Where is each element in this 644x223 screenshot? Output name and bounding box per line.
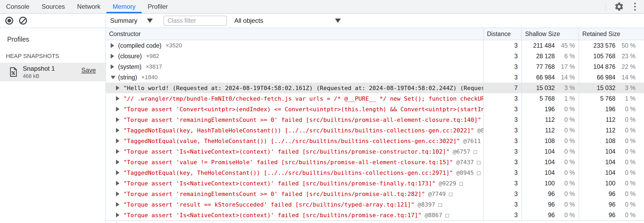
triangle-glyph [116, 149, 119, 154]
expand-arrow-icon[interactable] [116, 181, 123, 186]
retained-size-value: 104 [579, 148, 615, 155]
retained-size-percent: 0 % [615, 180, 636, 187]
tab-sources[interactable]: Sources [35, 0, 71, 13]
column-header-distance[interactable]: Distance [483, 28, 521, 40]
expand-arrow-icon[interactable] [116, 128, 123, 133]
column-header-shallow-size[interactable]: Shallow Size [521, 28, 579, 40]
retained-size-value: 15 032 [579, 84, 615, 92]
perspective-select[interactable]: Summary [110, 17, 153, 24]
shallow-size-value: 96 [522, 201, 555, 208]
table-row[interactable]: (closure)×982328 1286 %105 76823 % [106, 51, 644, 61]
retained-size-percent: 50 % [615, 42, 636, 49]
object-id: @7749 [428, 191, 446, 197]
constructor-name: "Torque assert 'value != PromiseHole' fa… [123, 159, 453, 166]
triangle-glyph [116, 117, 119, 122]
retained-size-value: 108 [579, 137, 615, 145]
expand-arrow-icon[interactable] [116, 160, 123, 164]
record-heap-snapshot-button[interactable] [5, 17, 13, 25]
retained-size-percent: 0 % [615, 127, 636, 134]
table-row[interactable]: "Torque assert 'result == kStoreSucceded… [106, 199, 644, 210]
tab-profiler[interactable]: Profiler [142, 0, 174, 13]
constructor-cell: (string)×1840 [106, 72, 483, 83]
column-header-retained-size[interactable]: Retained Size [579, 28, 644, 40]
distance-cell: 7 [483, 83, 521, 93]
constructor-name: "TaggedNotEqual(value, TheHoleConstant()… [123, 138, 460, 144]
expand-arrow-icon[interactable] [111, 54, 118, 59]
table-row[interactable]: "// .wrangler/tmp/bundle-FmNIt0/checked-… [106, 93, 644, 104]
distance-cell: 3 [483, 72, 521, 83]
expand-arrow-icon[interactable] [116, 86, 123, 90]
table-row[interactable]: "Torque assert 'Convert<uintptr>(endInde… [106, 104, 644, 114]
distance-cell: 3 [483, 167, 521, 178]
shallow-size-percent: 6 % [555, 53, 575, 60]
chevron-down-icon [147, 19, 153, 23]
shallow-size-cell: 1040 % [521, 167, 579, 178]
expand-arrow-icon[interactable] [116, 96, 123, 101]
shallow-size-cell: 15 0323 % [521, 83, 579, 93]
save-link[interactable]: Save [81, 66, 96, 74]
expand-arrow-icon[interactable] [116, 139, 123, 143]
triangle-glyph [116, 139, 119, 143]
sidebar-item-snapshot-1[interactable]: Snapshot 1 468 kB Save [0, 63, 105, 81]
expand-arrow-icon[interactable] [116, 202, 123, 207]
tab-memory[interactable]: Memory [106, 0, 142, 13]
table-row[interactable]: "Torque assert 'remainingElementsCount >… [106, 189, 644, 199]
distance-cell: 3 [483, 146, 521, 157]
expand-arrow-icon[interactable] [116, 149, 123, 154]
shallow-size-percent: 17 % [555, 63, 575, 70]
shallow-size-percent: 0 % [555, 201, 575, 208]
retained-size-cell: 1040 % [579, 167, 644, 178]
distance-cell: 3 [483, 136, 521, 146]
chevron-down-icon [335, 19, 341, 23]
column-header-constructor[interactable]: Constructor [106, 28, 483, 40]
expand-arrow-icon[interactable] [116, 170, 123, 175]
object-marker-icon: □ [477, 159, 480, 166]
expand-arrow-icon[interactable] [116, 213, 123, 217]
objects-scope-select[interactable]: All objects [234, 17, 341, 24]
object-marker-icon: □ [473, 148, 477, 155]
expand-arrow-icon[interactable] [111, 43, 118, 48]
table-row[interactable]: (string)×1840366 98414 %66 98414 % [106, 72, 644, 83]
table-row[interactable]: (system)×3817377 76817 %104 87622 % [106, 61, 644, 72]
table-row[interactable]: "Hello world! (Requested at: 2024-08-19T… [106, 83, 644, 93]
expand-arrow-icon[interactable] [116, 191, 123, 196]
class-filter-input[interactable] [163, 16, 227, 26]
shallow-size-value: 104 [522, 159, 555, 166]
retained-size-percent: 3 % [615, 84, 636, 92]
expand-arrow-icon[interactable] [116, 107, 123, 112]
collapse-arrow-icon[interactable] [111, 76, 118, 79]
tab-network[interactable]: Network [71, 0, 106, 13]
tab-console[interactable]: Console [0, 0, 35, 13]
table-row[interactable]: (compiled code)×35203211 48445 %233 5765… [106, 40, 644, 51]
retained-size-cell: 960 % [579, 199, 644, 210]
shallow-size-percent: 0 % [555, 137, 575, 145]
retained-size-value: 196 [579, 106, 615, 113]
clear-profiles-button[interactable] [19, 17, 27, 25]
table-row[interactable]: "TaggedNotEqual(value, TheHoleConstant()… [106, 136, 644, 146]
panel-toolbar: Summary All objects [0, 14, 644, 28]
triangle-glyph [116, 160, 119, 164]
expand-arrow-icon[interactable] [116, 117, 123, 122]
table-row[interactable]: "TaggedNotEqual(key, HashTableHoleConsta… [106, 125, 644, 136]
retained-size-value: 105 768 [579, 53, 615, 60]
shallow-size-cell: 77 76817 % [521, 61, 579, 72]
table-row[interactable]: "TaggedNotEqual(key, TheHoleConstant()) … [106, 167, 644, 178]
shallow-size-cell: 5 7681 % [521, 93, 579, 104]
expand-arrow-icon[interactable] [111, 64, 118, 69]
shallow-size-cell: 960 % [521, 210, 579, 220]
table-row[interactable]: "Torque assert 'value != PromiseHole' fa… [106, 157, 644, 167]
instance-count: ×3817 [146, 63, 162, 70]
table-row[interactable]: "Torque assert 'Is<NativeContext>(contex… [106, 178, 644, 189]
instance-count: ×982 [146, 53, 159, 60]
kebab-menu-icon[interactable] [632, 1, 638, 12]
shallow-size-percent: 0 % [555, 212, 575, 219]
profiles-sidebar: Profiles HEAP SNAPSHOTS Snapshot 1 468 k… [0, 28, 106, 223]
shallow-size-cell: 1120 % [521, 114, 579, 125]
table-row[interactable]: "Torque assert 'Is<NativeContext>(contex… [106, 210, 644, 220]
table-row[interactable]: "Torque assert 'Is<NativeContext>(contex… [106, 146, 644, 157]
table-row[interactable]: "Torque assert 'remainingElementsCount >… [106, 114, 644, 125]
settings-gear-icon[interactable] [614, 1, 624, 12]
retained-size-percent: 14 % [615, 74, 636, 81]
retained-size-percent: 0 % [615, 106, 636, 113]
shallow-size-value: 28 128 [522, 53, 555, 60]
